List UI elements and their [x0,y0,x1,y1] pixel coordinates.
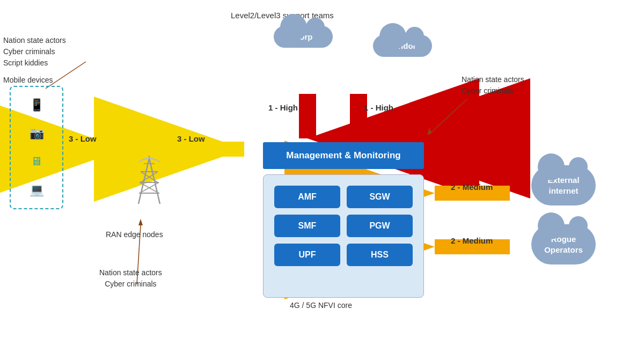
server-icon: 🖥 [31,155,42,168]
low-label-2: 3 - Low [177,133,205,144]
rogue-operators-cloud: Rogue Operators [531,224,596,264]
nfvi-cell-sgw: SGW [347,186,413,208]
nfvi-core-box: AMFSGWSMFPGWUPFHSS [263,174,424,298]
laptop-icon: 💻 [30,183,44,197]
svg-line-4 [138,158,149,204]
nfvi-grid: AMFSGWSMFPGWUPFHSS [264,175,423,271]
external-internet-cloud: External internet [531,165,596,205]
medium-label-2: 2 - Medium [451,235,493,246]
nfvi-cell-smf: SMF [274,215,340,237]
arrowhead-right [427,128,431,135]
threat-ran-label: Nation state actors Cyber criminals [99,267,162,290]
corp-high-label: 1 - High [268,102,298,113]
mgmt-monitoring-box: Management & Monitoring [263,142,424,169]
ran-edge-label: RAN edge nodes [106,230,163,240]
low-label-1: 3 - Low [69,133,97,144]
nfvi-core-label: 4G / 5G NFVI core [290,300,352,311]
corp-cloud: Corp [274,26,333,48]
vendor-high-label: 1 - High [364,102,393,113]
vendor-cloud: Vendor [373,35,432,57]
nfvi-cell-hss: HSS [347,244,413,266]
ran-tower [133,156,165,216]
threat-right-label: Nation state actors Cyber criminals [462,74,524,97]
tower-svg [133,156,165,209]
svg-line-5 [149,158,160,204]
arrowhead-ran [138,219,143,225]
line-threat-right [429,99,467,134]
nfvi-cell-amf: AMF [274,186,340,208]
camera-icon: 📷 [30,127,44,141]
threat-left-label: Nation state actors Cyber criminals Scri… [3,35,66,69]
nfvi-cell-pgw: PGW [347,215,413,237]
tablet-icon: 📱 [30,98,44,112]
mobile-devices-label: Mobile devices [3,75,53,86]
diagram: Level2/Level3 support teams Corp Vendor … [0,0,644,338]
medium-label-1: 2 - Medium [451,181,493,193]
nfvi-cell-upf: UPF [274,244,340,266]
mobile-devices-box: 📱 📷 🖥 💻 [10,86,63,209]
